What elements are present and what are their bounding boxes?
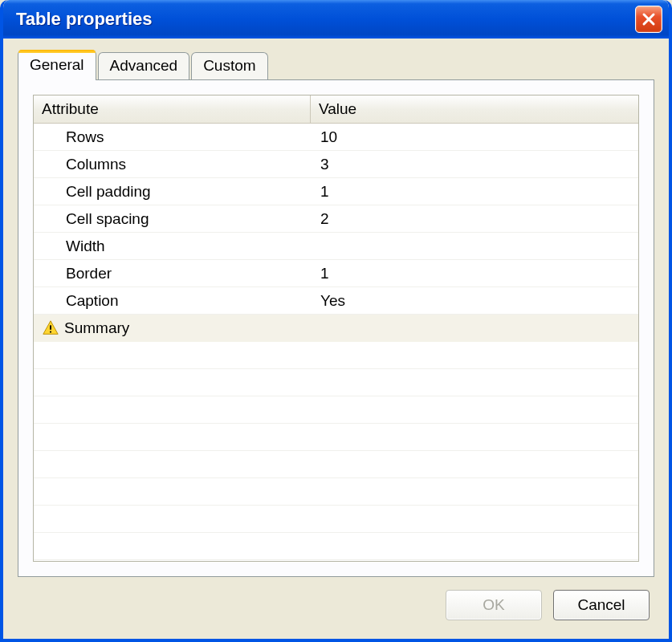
property-grid: Attribute Value Rows10Columns3Cell paddi… [33, 95, 639, 562]
close-button[interactable] [635, 6, 662, 33]
warning-icon [42, 319, 59, 337]
grid-row[interactable]: Cell padding1 [34, 178, 638, 205]
titlebar: Table properties [3, 0, 669, 39]
attribute-label: Summary [64, 319, 129, 337]
cell-attribute: Cell padding [34, 183, 311, 201]
attribute-label: Caption [66, 292, 119, 310]
tab-pane-general: Attribute Value Rows10Columns3Cell paddi… [18, 79, 654, 577]
cell-value[interactable]: 3 [311, 156, 638, 173]
attribute-label: Cell padding [66, 183, 151, 201]
cell-value[interactable]: 2 [311, 210, 638, 228]
svg-rect-0 [50, 325, 51, 330]
cell-attribute: Border [34, 265, 311, 282]
close-icon [641, 12, 656, 26]
attribute-label: Cell spacing [66, 210, 149, 228]
cancel-button[interactable]: Cancel [553, 590, 650, 620]
grid-row[interactable]: Width [34, 233, 638, 260]
tabstrip: General Advanced Custom [18, 50, 654, 79]
grid-body: Rows10Columns3Cell padding1Cell spacing2… [34, 124, 638, 561]
grid-header: Attribute Value [34, 95, 638, 124]
col-header-value[interactable]: Value [311, 95, 638, 123]
tab-custom[interactable]: Custom [191, 52, 267, 79]
ok-button: OK [446, 590, 542, 620]
cell-value[interactable]: 1 [311, 183, 638, 201]
cell-attribute: Cell spacing [34, 210, 311, 228]
grid-row[interactable]: Cell spacing2 [34, 205, 638, 233]
attribute-label: Width [66, 238, 105, 255]
attribute-label: Columns [66, 156, 126, 173]
tab-general[interactable]: General [18, 50, 96, 80]
cell-value[interactable]: 10 [311, 128, 638, 146]
cell-attribute: Width [34, 238, 311, 255]
cell-attribute: Summary [34, 319, 311, 337]
attribute-label: Border [66, 265, 112, 282]
cell-value[interactable]: 1 [311, 265, 638, 282]
grid-row[interactable]: Rows10 [34, 124, 638, 151]
svg-rect-1 [50, 331, 51, 333]
grid-row[interactable]: Border1 [34, 260, 638, 287]
col-header-attribute[interactable]: Attribute [34, 95, 311, 123]
button-row: OK Cancel [18, 590, 654, 620]
cell-attribute: Rows [34, 128, 311, 146]
cell-attribute: Columns [34, 156, 311, 173]
grid-row[interactable]: CaptionYes [34, 287, 638, 315]
grid-row[interactable]: Columns3 [34, 151, 638, 178]
client-area: General Advanced Custom Attribute Value … [6, 39, 666, 636]
dialog-window: Table properties General Advanced Custom… [0, 0, 672, 642]
attribute-label: Rows [66, 128, 104, 146]
dialog-title: Table properties [16, 9, 153, 30]
tab-advanced[interactable]: Advanced [98, 52, 190, 79]
cell-attribute: Caption [34, 292, 311, 310]
grid-row[interactable]: Summary [34, 315, 638, 342]
cell-value[interactable]: Yes [311, 292, 638, 310]
